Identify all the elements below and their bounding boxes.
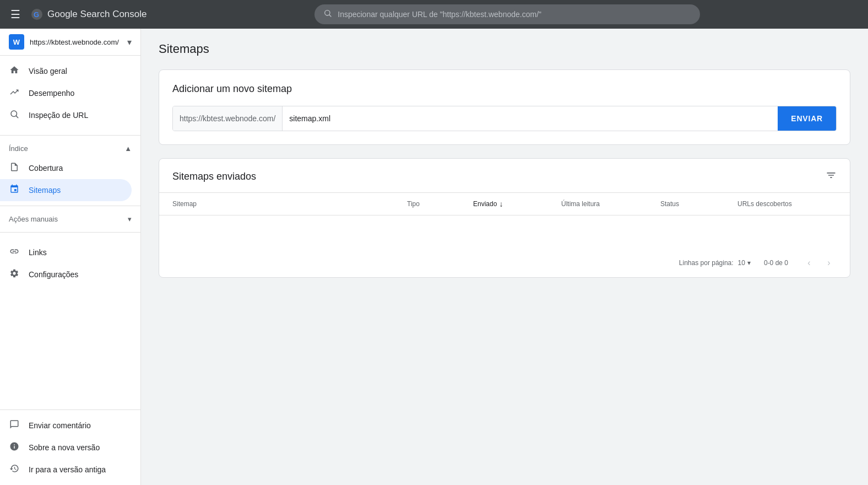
divider-2 <box>0 206 140 206</box>
configuracoes-label: Configurações <box>29 270 78 279</box>
rows-select-chevron-icon: ▾ <box>747 259 751 267</box>
sidebar-item-enviar-comentario[interactable]: Enviar comentário <box>0 414 132 436</box>
add-sitemap-title: Adicionar um novo sitemap <box>172 83 837 95</box>
sidebar-item-cobertura[interactable]: Cobertura <box>0 157 132 179</box>
cobertura-label: Cobertura <box>29 164 63 173</box>
divider-3 <box>0 232 140 233</box>
rows-per-page-value: 10 <box>738 259 745 267</box>
sitemaps-icon <box>9 184 20 196</box>
property-selector[interactable]: W https://kbtest.webnode.com/ ▾ <box>0 29 140 56</box>
acoes-manuais-title: Ações manuais <box>9 215 58 223</box>
menu-icon[interactable]: ☰ <box>9 8 22 21</box>
add-sitemap-card: Adicionar um novo sitemap https://kbtest… <box>159 69 850 145</box>
sitemap-url-prefix: https://kbtest.webnode.com/ <box>173 106 283 131</box>
property-url: https://kbtest.webnode.com/ <box>30 38 122 46</box>
svg-text:G: G <box>34 10 39 19</box>
rows-per-page: Linhas por página: 10 ▾ <box>679 259 751 267</box>
search-bar[interactable] <box>314 4 700 24</box>
sidebar-item-links[interactable]: Links <box>0 241 132 263</box>
search-icon <box>323 9 332 20</box>
info-icon <box>9 441 20 454</box>
pagination-prev-button[interactable]: ‹ <box>801 255 817 271</box>
divider-1 <box>0 135 140 136</box>
sitemaps-enviados-card: Sitemaps enviados Sitemap Tipo Enviado ↓ <box>159 158 850 278</box>
sidebar-item-sitemaps[interactable]: Sitemaps <box>0 179 132 201</box>
indice-collapse-icon: ▲ <box>124 144 132 153</box>
app-logo: G Google Search Console <box>31 8 147 20</box>
acoes-manuais-expand-icon: ▾ <box>128 215 132 223</box>
pagination-next-button[interactable]: › <box>821 255 837 271</box>
visao-geral-label: Visão geral <box>29 67 67 76</box>
th-ultima-leitura: Última leitura <box>561 200 660 208</box>
chevron-down-icon: ▾ <box>127 37 132 47</box>
sort-down-icon: ↓ <box>499 200 503 208</box>
sidebar-item-desempenho[interactable]: Desempenho <box>0 82 132 104</box>
page-title: Sitemaps <box>159 42 850 56</box>
enviar-comentario-label: Enviar comentário <box>29 421 91 430</box>
th-sitemap: Sitemap <box>172 200 407 208</box>
sidebar-item-visao-geral[interactable]: Visão geral <box>0 60 132 82</box>
sitemap-input-row: https://kbtest.webnode.com/ ENVIAR <box>172 106 837 131</box>
inspect-url-icon <box>9 109 20 121</box>
svg-line-3 <box>329 15 331 17</box>
sidebar-bottom: Enviar comentário Sobre a nova versão Ir… <box>0 409 140 485</box>
feedback-icon <box>9 419 20 432</box>
sitemaps-enviados-title: Sitemaps enviados <box>172 171 256 182</box>
history-icon <box>9 464 20 476</box>
th-enviado[interactable]: Enviado ↓ <box>473 200 561 208</box>
rows-per-page-select[interactable]: 10 ▾ <box>738 259 751 267</box>
table-footer: Linhas por página: 10 ▾ 0-0 de 0 ‹ › <box>159 249 850 277</box>
sitemaps-table: Sitemap Tipo Enviado ↓ Última leitura St… <box>159 193 850 277</box>
sidebar-item-inspecao-url[interactable]: Inspeção de URL <box>0 104 132 126</box>
pagination-info: 0-0 de 0 <box>764 259 788 267</box>
sitemaps-label: Sitemaps <box>29 186 61 195</box>
ir-versao-antiga-label: Ir para a versão antiga <box>29 465 106 474</box>
settings-icon <box>9 268 20 281</box>
acoes-manuais-header[interactable]: Ações manuais ▾ <box>0 211 140 228</box>
sidebar-item-configuracoes[interactable]: Configurações <box>0 263 132 285</box>
acoes-manuais-section: Ações manuais ▾ <box>0 211 140 228</box>
enviar-button[interactable]: ENVIAR <box>778 106 836 131</box>
links-icon <box>9 246 20 258</box>
sobre-nova-versao-label: Sobre a nova versão <box>29 443 100 452</box>
sidebar-item-ir-versao-antiga[interactable]: Ir para a versão antiga <box>0 459 132 481</box>
pagination-arrows: ‹ › <box>801 255 837 271</box>
other-nav: Links Configurações <box>0 237 140 290</box>
layout: W https://kbtest.webnode.com/ ▾ Visão ge… <box>0 29 868 485</box>
desempenho-label: Desempenho <box>29 89 74 98</box>
home-icon <box>9 65 20 77</box>
indice-title: Índice <box>9 144 28 153</box>
sitemaps-card-header: Sitemaps enviados <box>159 159 850 193</box>
topbar: ☰ G Google Search Console <box>0 0 868 29</box>
th-urls-descobertos: URLs descobertos <box>737 200 837 208</box>
main-content: Sitemaps Adicionar um novo sitemap https… <box>141 29 868 485</box>
links-label: Links <box>29 248 47 257</box>
table-header: Sitemap Tipo Enviado ↓ Última leitura St… <box>159 193 850 215</box>
indice-section-header[interactable]: Índice ▲ <box>0 140 140 157</box>
cobertura-icon <box>9 162 20 174</box>
filter-icon[interactable] <box>826 170 837 184</box>
th-status: Status <box>660 200 737 208</box>
indice-section: Índice ▲ Cobertura Sitemaps <box>0 140 140 201</box>
inspecao-url-label: Inspeção de URL <box>29 111 88 120</box>
main-nav: Visão geral Desempenho Inspeção de URL <box>0 56 140 131</box>
property-icon: W <box>9 34 24 50</box>
th-tipo: Tipo <box>407 200 473 208</box>
sidebar-item-sobre-nova-versao[interactable]: Sobre a nova versão <box>0 436 132 459</box>
sitemap-path-input[interactable] <box>283 106 778 131</box>
rows-per-page-label: Linhas por página: <box>679 259 734 267</box>
trending-up-icon <box>9 87 20 99</box>
table-empty-state <box>159 215 850 249</box>
svg-line-5 <box>16 116 18 117</box>
sidebar: W https://kbtest.webnode.com/ ▾ Visão ge… <box>0 29 141 485</box>
search-input[interactable] <box>338 10 691 19</box>
app-title: Google Search Console <box>47 9 147 20</box>
google-logo-icon: G <box>31 8 43 20</box>
